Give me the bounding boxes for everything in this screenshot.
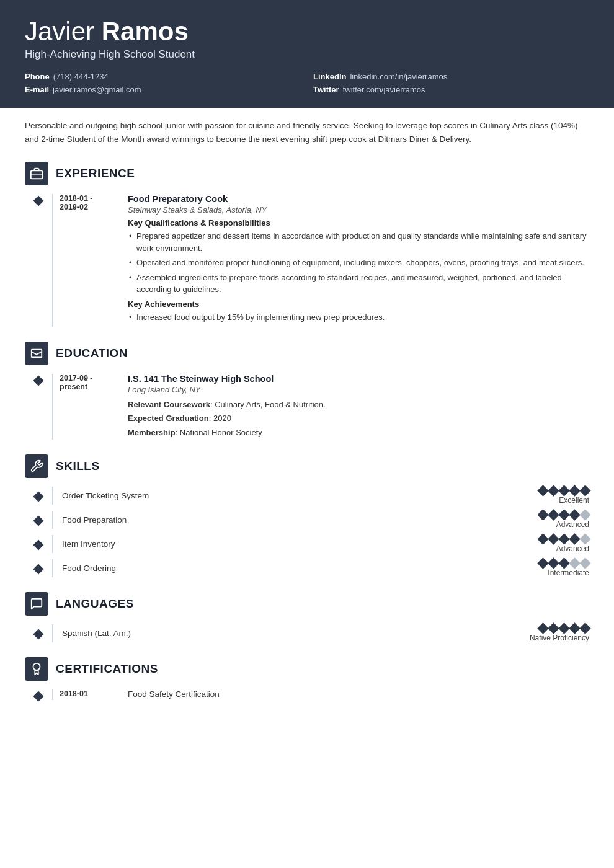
coursework-value: Culinary Arts, Food & Nutrition. (215, 400, 325, 409)
skill-name-4: Food Ordering (62, 564, 515, 573)
header: Javier Ramos High-Achieving High School … (0, 0, 614, 108)
svg-rect-2 (32, 350, 42, 358)
last-name: Ramos (102, 17, 189, 46)
education-date: 2017-09 - present (60, 374, 115, 391)
qualification-3: Assembled ingredients to prepare foods a… (128, 272, 589, 296)
dot (569, 485, 580, 496)
dot (537, 557, 548, 569)
diamond-icon (33, 196, 44, 206)
dot (569, 622, 580, 634)
coursework-row: Relevant Coursework: Culinary Arts, Food… (128, 398, 589, 412)
dot (569, 557, 580, 569)
membership-value: National Honor Society (180, 428, 262, 437)
cert-date: 2018-01 (60, 689, 115, 698)
education-entry-1: 2017-09 - present I.S. 141 The Steinway … (25, 374, 589, 439)
lang-name-1: Spanish (Lat. Am.) (62, 629, 502, 638)
achievements-list: Increased food output by 15% by implemen… (128, 311, 589, 324)
phone-value: (718) 444-1234 (53, 72, 109, 81)
svg-rect-0 (31, 171, 42, 179)
diamond-icon (33, 515, 44, 526)
dot (558, 622, 569, 634)
qualifications-list: Prepared appetizer and dessert items in … (128, 230, 589, 296)
languages-title: LANGUAGES (56, 597, 134, 611)
membership-label: Membership (128, 428, 176, 437)
diamond-icon (33, 376, 44, 386)
diamond-icon (33, 491, 44, 502)
skill-dots-4 (539, 559, 589, 567)
school-name: I.S. 141 The Steinway High School (128, 374, 589, 384)
education-section: EDUCATION 2017-09 - present I.S. 141 The… (25, 342, 589, 439)
diamond-icon (33, 539, 44, 550)
main-content: Personable and outgoing high school juni… (0, 108, 614, 733)
diamond-icon (33, 691, 44, 701)
dot (558, 557, 569, 569)
skill-level-1: Excellent (559, 496, 589, 505)
dot (548, 557, 559, 569)
qualification-1: Prepared appetizer and dessert items in … (128, 230, 589, 254)
qualification-2: Operated and monitored proper functionin… (128, 257, 589, 269)
email-value: javier.ramos@gmail.com (53, 85, 141, 94)
dot (537, 485, 548, 496)
diamond-icon (33, 629, 44, 639)
skill-level-4: Intermediate (548, 569, 589, 577)
experience-entry-1: 2018-01 - 2019-02 Food Preparatory Cook … (25, 194, 589, 327)
cert-name: Food Safety Certification (128, 689, 220, 699)
dot (569, 533, 580, 544)
qualifications-label: Key Qualifications & Responsibilities (128, 218, 589, 228)
svg-point-3 (33, 663, 40, 670)
skills-section: SKILLS Order Ticketing System Excellent (25, 454, 589, 577)
graduation-label: Expected Graduation (128, 414, 209, 423)
skill-name-3: Item Inventory (62, 539, 515, 549)
education-icon (25, 342, 48, 365)
dot (579, 622, 590, 634)
entry-bullet (25, 689, 52, 700)
twitter-label: Twitter (313, 85, 339, 94)
candidate-name: Javier Ramos (25, 17, 589, 46)
languages-icon (25, 592, 48, 616)
experience-section: EXPERIENCE 2018-01 - 2019-02 Food Prepar… (25, 162, 589, 327)
dot (548, 485, 559, 496)
dot (537, 509, 548, 520)
dot (558, 509, 569, 520)
certifications-section: CERTIFICATIONS 2018-01 Food Safety Certi… (25, 657, 589, 700)
skills-header: SKILLS (25, 454, 589, 478)
first-name: Javier (25, 17, 102, 46)
lang-content-1: Spanish (Lat. Am.) Native Proficiency (52, 624, 589, 642)
skills-icon (25, 454, 48, 478)
language-row-1: Spanish (Lat. Am.) Native Proficiency (25, 624, 589, 642)
experience-date: 2018-01 - 2019-02 (60, 194, 115, 211)
experience-title: EXPERIENCE (56, 167, 135, 180)
dot (579, 533, 590, 544)
skill-dots-2 (539, 511, 589, 519)
skill-content-2: Food Preparation Advanced (52, 511, 589, 529)
lang-dots-1 (539, 624, 589, 632)
candidate-subtitle: High-Achieving High School Student (25, 48, 589, 61)
date-end: present (60, 383, 115, 391)
skill-row-2: Food Preparation Advanced (25, 511, 589, 529)
lang-rating-1: Native Proficiency (502, 624, 589, 642)
certifications-title: CERTIFICATIONS (56, 662, 158, 676)
speech-icon (30, 597, 43, 611)
education-entry-header: 2017-09 - present I.S. 141 The Steinway … (60, 374, 589, 439)
skill-row-4: Food Ordering Intermediate (25, 559, 589, 577)
cert-entry-content: 2018-01 Food Safety Certification (52, 689, 589, 700)
phone-label: Phone (25, 72, 50, 81)
dot (537, 533, 548, 544)
contact-twitter: Twitter twitter.com/javierramos (313, 85, 589, 94)
skill-bullet (25, 515, 52, 525)
skill-content-4: Food Ordering Intermediate (52, 559, 589, 577)
skill-bullet (25, 564, 52, 573)
skill-name-2: Food Preparation (62, 515, 515, 525)
dot (537, 622, 548, 634)
experience-main: Food Preparatory Cook Steinway Steaks & … (128, 194, 589, 327)
achievement-1: Increased food output by 15% by implemen… (128, 311, 589, 324)
education-title: EDUCATION (56, 347, 128, 360)
dot (548, 533, 559, 544)
skill-content-1: Order Ticketing System Excellent (52, 487, 589, 505)
date-start: 2018-01 - (60, 194, 115, 203)
dot (548, 622, 559, 634)
contact-phone: Phone (718) 444-1234 (25, 72, 301, 81)
skill-bullet (25, 491, 52, 500)
experience-entry-header: 2018-01 - 2019-02 Food Preparatory Cook … (60, 194, 589, 327)
dot (569, 509, 580, 520)
